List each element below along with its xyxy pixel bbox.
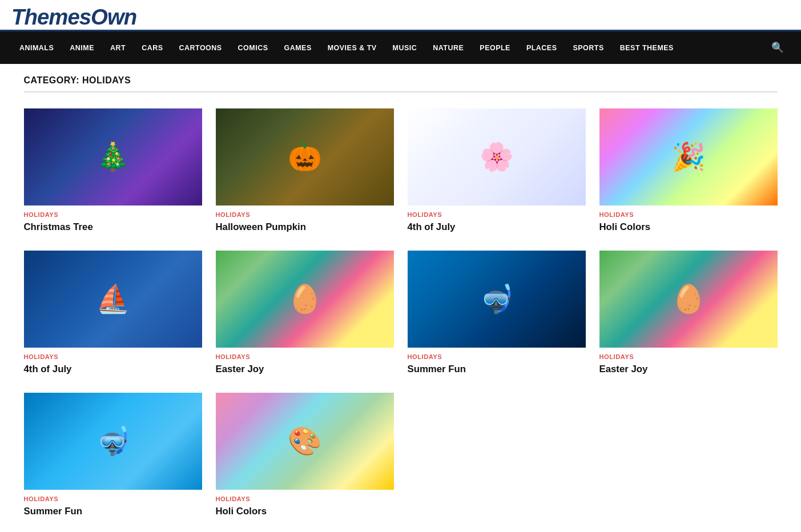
card-category-label: HOLIDAYS xyxy=(24,353,202,360)
main-content: CATEGORY: HOLIDAYS 🎄HOLIDAYSChristmas Tr… xyxy=(13,64,789,532)
thumb-icon: 🤿 xyxy=(408,251,586,348)
nav-item-art[interactable]: ART xyxy=(102,34,134,62)
card-thumbnail: ⛵ xyxy=(24,251,202,348)
card-category-label: HOLIDAYS xyxy=(408,353,586,360)
nav-item-animals[interactable]: ANIMALS xyxy=(11,34,62,62)
thumb-icon: 🤿 xyxy=(24,393,202,490)
nav-item-best-themes[interactable]: BEST THEMES xyxy=(612,34,682,62)
nav-item-games[interactable]: GAMES xyxy=(276,34,319,62)
card-grid-row1: 🎄HOLIDAYSChristmas Tree🎃HOLIDAYSHallowee… xyxy=(24,108,778,233)
thumb-icon: 🎨 xyxy=(216,393,394,490)
nav-item-nature[interactable]: NATURE xyxy=(425,34,472,62)
card-thumbnail: 🎉 xyxy=(599,108,778,205)
thumb-icon: 🎉 xyxy=(599,108,778,205)
card-title: Christmas Tree xyxy=(24,221,202,233)
card-title: Easter Joy xyxy=(216,363,394,376)
nav-item-cars[interactable]: CARS xyxy=(134,34,171,62)
card-summer-fun-2[interactable]: 🤿HOLIDAYSSummer Fun xyxy=(24,393,202,518)
card-thumbnail: 🎄 xyxy=(24,108,202,205)
thumb-icon: 🥚 xyxy=(216,251,394,348)
category-heading: CATEGORY: HOLIDAYS xyxy=(24,75,778,92)
card-title: Summer Fun xyxy=(408,363,586,376)
thumb-icon: ⛵ xyxy=(24,251,202,348)
card-category-label: HOLIDAYS xyxy=(216,353,394,360)
card-category-label: HOLIDAYS xyxy=(24,495,202,502)
card-title: Holi Colors xyxy=(216,505,394,518)
card-title: Easter Joy xyxy=(599,363,778,376)
card-4th-of-july-1[interactable]: 🌸HOLIDAYS4th of July xyxy=(408,108,586,233)
card-thumbnail: 🌸 xyxy=(408,108,586,205)
nav-item-sports[interactable]: SPORTS xyxy=(565,34,611,62)
card-title: 4th of July xyxy=(24,363,202,376)
nav-item-movies---tv[interactable]: MOVIES & TV xyxy=(320,34,385,62)
nav-item-music[interactable]: MUSIC xyxy=(385,34,425,62)
site-header: ThemesOwn xyxy=(0,0,801,31)
card-4th-of-july-2[interactable]: ⛵HOLIDAYS4th of July xyxy=(24,251,202,376)
card-grid-row2: ⛵HOLIDAYS4th of July🥚HOLIDAYSEaster Joy🤿… xyxy=(24,251,778,376)
card-easter-joy-1[interactable]: 🥚HOLIDAYSEaster Joy xyxy=(216,251,394,376)
thumb-icon: 🌸 xyxy=(408,108,586,205)
card-category-label: HOLIDAYS xyxy=(599,211,778,218)
nav-item-people[interactable]: PEOPLE xyxy=(472,34,518,62)
card-category-label: HOLIDAYS xyxy=(216,211,394,218)
card-easter-joy-2[interactable]: 🥚HOLIDAYSEaster Joy xyxy=(599,251,778,376)
card-title: Holi Colors xyxy=(599,221,778,233)
card-christmas-tree[interactable]: 🎄HOLIDAYSChristmas Tree xyxy=(24,108,202,233)
thumb-icon: 🥚 xyxy=(599,251,778,348)
card-category-label: HOLIDAYS xyxy=(24,211,202,218)
site-logo[interactable]: ThemesOwn xyxy=(11,5,790,30)
card-grid-row3: 🤿HOLIDAYSSummer Fun🎨HOLIDAYSHoli Colors xyxy=(24,393,778,518)
card-title: Halloween Pumpkin xyxy=(216,221,394,233)
search-icon[interactable]: 🔍 xyxy=(766,31,790,64)
card-thumbnail: 🤿 xyxy=(24,393,202,490)
card-thumbnail: 🤿 xyxy=(408,251,586,348)
nav-item-cartoons[interactable]: CARTOONS xyxy=(171,34,230,62)
card-halloween-pumpkin[interactable]: 🎃HOLIDAYSHalloween Pumpkin xyxy=(216,108,394,233)
nav-item-places[interactable]: PLACES xyxy=(518,34,565,62)
card-thumbnail: 🎨 xyxy=(216,393,394,490)
card-title: 4th of July xyxy=(408,221,586,233)
card-title: Summer Fun xyxy=(24,505,202,518)
thumb-icon: 🎄 xyxy=(24,108,202,205)
thumb-icon: 🎃 xyxy=(216,108,394,205)
card-summer-fun[interactable]: 🤿HOLIDAYSSummer Fun xyxy=(408,251,586,376)
card-holi-colors[interactable]: 🎉HOLIDAYSHoli Colors xyxy=(599,108,778,233)
card-thumbnail: 🥚 xyxy=(216,251,394,348)
nav-item-anime[interactable]: ANIME xyxy=(62,34,102,62)
card-category-label: HOLIDAYS xyxy=(408,211,586,218)
card-holi-colors-2[interactable]: 🎨HOLIDAYSHoli Colors xyxy=(216,393,394,518)
card-thumbnail: 🎃 xyxy=(216,108,394,205)
card-thumbnail: 🥚 xyxy=(599,251,778,348)
card-category-label: HOLIDAYS xyxy=(599,353,778,360)
nav-item-comics[interactable]: COMICS xyxy=(230,34,276,62)
main-nav: ANIMALSANIMEARTCARSCARTOONSCOMICSGAMESMO… xyxy=(0,31,801,64)
card-category-label: HOLIDAYS xyxy=(216,495,394,502)
